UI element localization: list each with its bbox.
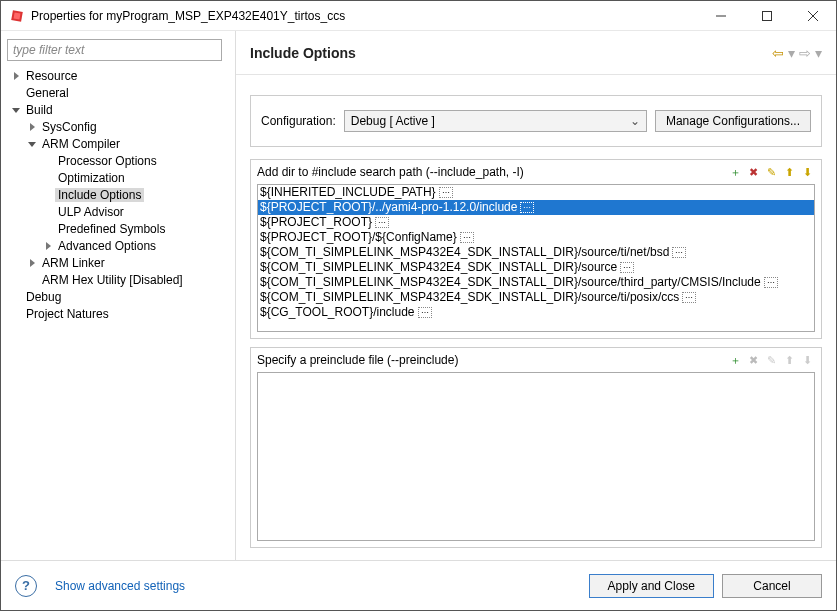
list-item-text: ${PROJECT_ROOT} — [260, 215, 372, 229]
move-down-icon[interactable]: ⬇ — [799, 164, 815, 180]
include-path-section: Add dir to #include search path (--inclu… — [250, 159, 822, 339]
tree-item-label: Resource — [23, 69, 80, 83]
preinclude-section: Specify a preinclude file (--preinclude)… — [250, 347, 822, 548]
move-down-icon: ⬇ — [799, 352, 815, 368]
tree-item[interactable]: Include Options — [5, 186, 231, 203]
tree-item[interactable]: General — [5, 84, 231, 101]
ellipsis-icon: ⋯ — [460, 232, 474, 243]
list-item-text: ${COM_TI_SIMPLELINK_MSP432E4_SDK_INSTALL… — [260, 275, 761, 289]
list-item[interactable]: ${INHERITED_INCLUDE_PATH}⋯ — [258, 185, 814, 200]
ellipsis-icon: ⋯ — [672, 247, 686, 258]
list-item-text: ${PROJECT_ROOT}/../yami4-pro-1.12.0/incl… — [260, 200, 517, 214]
list-item[interactable]: ${PROJECT_ROOT}⋯ — [258, 215, 814, 230]
list-item-text: ${INHERITED_INCLUDE_PATH} — [260, 185, 436, 199]
preinclude-title: Specify a preinclude file (--preinclude) — [257, 353, 727, 367]
tree-item[interactable]: Predefined Symbols — [5, 220, 231, 237]
main-panel: Include Options ⇦ ▾ ⇨ ▾ Configuration: D… — [236, 31, 836, 560]
forward-icon[interactable]: ⇨ — [799, 45, 811, 61]
ellipsis-icon: ⋯ — [682, 292, 696, 303]
preinclude-list[interactable] — [257, 372, 815, 541]
list-item-text: ${COM_TI_SIMPLELINK_MSP432E4_SDK_INSTALL… — [260, 245, 669, 259]
tree-item[interactable]: Processor Options — [5, 152, 231, 169]
apply-and-close-button[interactable]: Apply and Close — [589, 574, 714, 598]
tree-item-label: Predefined Symbols — [55, 222, 168, 236]
tree-item-label: Debug — [23, 290, 64, 304]
tree-item[interactable]: Build — [5, 101, 231, 118]
chevron-down-icon: ⌄ — [630, 114, 640, 128]
move-up-icon: ⬆ — [781, 352, 797, 368]
forward-menu-icon[interactable]: ▾ — [815, 45, 822, 61]
tree-item[interactable]: Resource — [5, 67, 231, 84]
window-title: Properties for myProgram_MSP_EXP432E401Y… — [31, 9, 698, 23]
manage-configurations-button[interactable]: Manage Configurations... — [655, 110, 811, 132]
list-item[interactable]: ${PROJECT_ROOT}/${ConfigName}⋯ — [258, 230, 814, 245]
configuration-label: Configuration: — [261, 114, 336, 128]
list-item[interactable]: ${COM_TI_SIMPLELINK_MSP432E4_SDK_INSTALL… — [258, 275, 814, 290]
list-item[interactable]: ${CG_TOOL_ROOT}/include⋯ — [258, 305, 814, 320]
main-header: Include Options ⇦ ▾ ⇨ ▾ — [236, 31, 836, 75]
cancel-button[interactable]: Cancel — [722, 574, 822, 598]
tree-item-label: Include Options — [55, 188, 144, 202]
edit-icon: ✎ — [763, 352, 779, 368]
back-menu-icon[interactable]: ▾ — [788, 45, 795, 61]
ellipsis-icon: ⋯ — [520, 202, 534, 213]
list-item-text: ${CG_TOOL_ROOT}/include — [260, 305, 415, 319]
ellipsis-icon: ⋯ — [620, 262, 634, 273]
tree-twisty-icon[interactable] — [41, 242, 55, 250]
tree-twisty-icon[interactable] — [25, 141, 39, 146]
list-item[interactable]: ${PROJECT_ROOT}/../yami4-pro-1.12.0/incl… — [258, 200, 814, 215]
list-item[interactable]: ${COM_TI_SIMPLELINK_MSP432E4_SDK_INSTALL… — [258, 290, 814, 305]
tree-item[interactable]: Optimization — [5, 169, 231, 186]
add-icon[interactable]: ＋ — [727, 352, 743, 368]
tree-item[interactable]: Debug — [5, 288, 231, 305]
include-path-list[interactable]: ${INHERITED_INCLUDE_PATH}⋯${PROJECT_ROOT… — [257, 184, 815, 332]
svg-rect-1 — [14, 12, 21, 19]
tree-item-label: ARM Compiler — [39, 137, 123, 151]
tree-twisty-icon[interactable] — [9, 72, 23, 80]
tree-twisty-icon[interactable] — [25, 123, 39, 131]
list-item-text: ${PROJECT_ROOT}/${ConfigName} — [260, 230, 457, 244]
back-icon[interactable]: ⇦ — [772, 45, 784, 61]
maximize-button[interactable] — [744, 1, 790, 30]
include-path-title: Add dir to #include search path (--inclu… — [257, 165, 727, 179]
move-up-icon[interactable]: ⬆ — [781, 164, 797, 180]
tree-item-label: SysConfig — [39, 120, 100, 134]
delete-icon[interactable]: ✖ — [745, 164, 761, 180]
svg-rect-3 — [763, 11, 772, 20]
tree-item[interactable]: Project Natures — [5, 305, 231, 322]
nav-arrows: ⇦ ▾ ⇨ ▾ — [772, 45, 822, 61]
tree-item[interactable]: ARM Linker — [5, 254, 231, 271]
tree-item-label: Project Natures — [23, 307, 112, 321]
add-icon[interactable]: ＋ — [727, 164, 743, 180]
sidebar: ResourceGeneralBuildSysConfigARM Compile… — [1, 31, 236, 560]
filter-input[interactable] — [7, 39, 222, 61]
configuration-select[interactable]: Debug [ Active ] ⌄ — [344, 110, 647, 132]
close-button[interactable] — [790, 1, 836, 30]
tree-twisty-icon[interactable] — [25, 259, 39, 267]
minimize-button[interactable] — [698, 1, 744, 30]
tree-item-label: Processor Options — [55, 154, 160, 168]
ellipsis-icon: ⋯ — [375, 217, 389, 228]
list-item[interactable]: ${COM_TI_SIMPLELINK_MSP432E4_SDK_INSTALL… — [258, 260, 814, 275]
window-buttons — [698, 1, 836, 30]
tree-item[interactable]: SysConfig — [5, 118, 231, 135]
tree-twisty-icon[interactable] — [9, 107, 23, 112]
delete-icon: ✖ — [745, 352, 761, 368]
show-advanced-link[interactable]: Show advanced settings — [55, 579, 185, 593]
tree: ResourceGeneralBuildSysConfigARM Compile… — [5, 65, 231, 556]
tree-item[interactable]: ARM Compiler — [5, 135, 231, 152]
list-item[interactable]: ${COM_TI_SIMPLELINK_MSP432E4_SDK_INSTALL… — [258, 245, 814, 260]
tree-item-label: ARM Hex Utility [Disabled] — [39, 273, 186, 287]
tree-item-label: ARM Linker — [39, 256, 108, 270]
app-icon — [9, 8, 25, 24]
configuration-value: Debug [ Active ] — [351, 114, 435, 128]
list-item-text: ${COM_TI_SIMPLELINK_MSP432E4_SDK_INSTALL… — [260, 260, 617, 274]
tree-item[interactable]: Advanced Options — [5, 237, 231, 254]
help-icon[interactable]: ? — [15, 575, 37, 597]
tree-item[interactable]: ULP Advisor — [5, 203, 231, 220]
edit-icon[interactable]: ✎ — [763, 164, 779, 180]
list-item-text: ${COM_TI_SIMPLELINK_MSP432E4_SDK_INSTALL… — [260, 290, 679, 304]
tree-item[interactable]: ARM Hex Utility [Disabled] — [5, 271, 231, 288]
tree-item-label: General — [23, 86, 72, 100]
ellipsis-icon: ⋯ — [418, 307, 432, 318]
